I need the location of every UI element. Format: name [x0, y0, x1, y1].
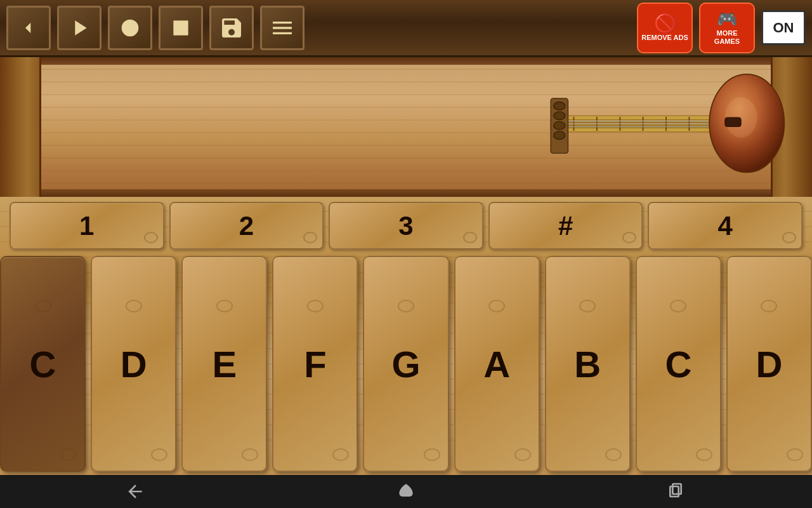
fret-card-2[interactable]: 2 [169, 202, 324, 250]
on-label: ON [773, 20, 794, 36]
fret-card-sharp[interactable]: # [488, 202, 643, 250]
main-content: 1 2 3 # 4 C D E [0, 197, 812, 475]
no-ads-icon: 🚫 [654, 13, 676, 34]
home-button[interactable] [390, 480, 422, 503]
remove-ads-label: REMOVE ADS [641, 34, 688, 42]
svg-point-18 [554, 131, 565, 140]
note-key-e[interactable]: E [181, 256, 267, 472]
record-button[interactable] [108, 6, 152, 50]
note-key-a[interactable]: A [454, 256, 540, 472]
fret-row: 1 2 3 # 4 [0, 197, 812, 253]
app: 🚫 REMOVE ADS 🎮 MORE GAMES ON [0, 0, 812, 508]
shelf-top [41, 57, 771, 65]
notes-row: C D E F G A B C D [0, 253, 812, 475]
saz-instrument [546, 67, 787, 194]
svg-rect-22 [670, 486, 678, 497]
more-games-button[interactable]: 🎮 MORE GAMES [699, 3, 755, 53]
instrument-area [0, 57, 812, 197]
gamepad-icon: 🎮 [717, 10, 737, 29]
note-key-b[interactable]: B [545, 256, 631, 472]
svg-point-15 [554, 102, 565, 110]
play-button[interactable] [57, 6, 102, 50]
recents-button[interactable] [661, 480, 693, 503]
back-button[interactable] [119, 480, 151, 503]
svg-rect-1 [173, 20, 188, 35]
note-key-c2[interactable]: C [636, 256, 721, 472]
on-button[interactable]: ON [761, 10, 806, 45]
note-key-f[interactable]: F [272, 256, 358, 472]
toolbar: 🚫 REMOVE ADS 🎮 MORE GAMES ON [0, 0, 812, 57]
save-button[interactable] [209, 6, 254, 50]
svg-point-0 [122, 19, 139, 36]
fret-card-3[interactable]: 3 [329, 202, 483, 250]
svg-point-17 [554, 121, 565, 130]
fret-card-1[interactable]: 1 [10, 202, 164, 250]
svg-point-16 [554, 112, 565, 120]
note-key-d2[interactable]: D [726, 256, 812, 472]
nav-bar [0, 475, 812, 508]
exit-button[interactable] [6, 6, 51, 50]
note-key-g[interactable]: G [363, 256, 449, 472]
svg-rect-21 [725, 117, 741, 127]
list-button[interactable] [260, 6, 304, 50]
stop-button[interactable] [159, 6, 203, 50]
fret-card-4[interactable]: 4 [648, 202, 802, 250]
note-key-d1[interactable]: D [91, 256, 176, 472]
note-key-c1[interactable]: C [0, 256, 86, 472]
remove-ads-button[interactable]: 🚫 REMOVE ADS [637, 3, 693, 53]
svg-rect-23 [672, 484, 681, 494]
left-pillar [0, 57, 41, 197]
more-games-label: MORE GAMES [704, 29, 750, 46]
toolbar-right: 🚫 REMOVE ADS 🎮 MORE GAMES ON [637, 3, 806, 53]
